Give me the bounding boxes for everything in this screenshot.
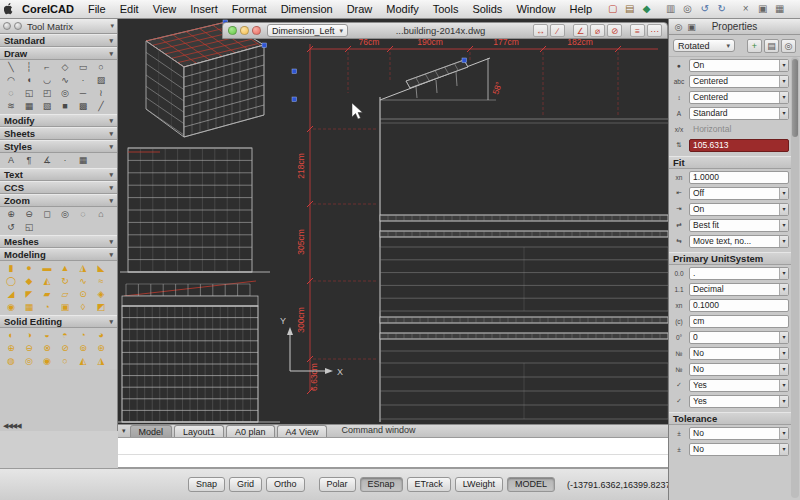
section-text[interactable]: Text▾ (0, 168, 117, 181)
ray-tool[interactable]: ─ (74, 87, 92, 100)
dimension-style-tool[interactable]: ∡ (38, 154, 56, 167)
convert-solid-tool[interactable]: ▣ (56, 301, 74, 314)
properties-style-select[interactable]: Rotated ▾ (673, 39, 735, 52)
infinite-line-tool[interactable]: ┆ (20, 61, 38, 74)
taper-faces-tool[interactable]: ⊘ (56, 342, 74, 355)
rectangle-tool[interactable]: ▭ (74, 61, 92, 74)
hatch-tool[interactable]: ▨ (92, 74, 110, 87)
gradient-tool[interactable]: ▩ (74, 100, 92, 113)
shell-solid-tool[interactable]: ◉ (38, 355, 56, 368)
offset-faces-tool[interactable]: ⊕ (2, 342, 20, 355)
zoom-in-tool[interactable]: ⊕ (2, 208, 20, 221)
annotation-style-tool[interactable]: ¶ (20, 154, 38, 167)
menu-view[interactable]: View (146, 0, 184, 18)
zoom-fit-tool[interactable]: ◌ (74, 208, 92, 221)
window-minimize-button[interactable] (228, 26, 237, 35)
separate-tool[interactable]: ◭ (74, 355, 92, 368)
window-close-button[interactable] (252, 26, 261, 35)
collapse-panel-icon[interactable] (14, 22, 22, 30)
3d-align-tool[interactable]: ⊙ (74, 288, 92, 301)
section-standard[interactable]: Standard▾ (0, 34, 117, 47)
menu-dimension[interactable]: Dimension (274, 0, 340, 18)
delete-faces-tool[interactable]: ⊖ (20, 342, 38, 355)
menu-corelcad[interactable]: CorelCAD (15, 0, 81, 18)
property-input[interactable]: 0.1000 (689, 299, 789, 312)
command-window[interactable] (118, 437, 668, 468)
check-tool[interactable]: ◮ (92, 355, 110, 368)
menu-solids[interactable]: Solids (465, 0, 509, 18)
tab-a0-plan[interactable]: A0 plan (226, 425, 275, 437)
zoom-out-tool[interactable]: ⊖ (20, 208, 38, 221)
property-select[interactable]: No▾ (689, 347, 789, 360)
command-input[interactable] (118, 454, 668, 467)
new-style-button[interactable]: + (747, 39, 762, 53)
new-drawing-icon[interactable]: ▢ (605, 2, 620, 16)
menu-file[interactable]: File (81, 0, 113, 18)
rotate-faces-tool[interactable]: ⊗ (38, 342, 56, 355)
pin-panel-button[interactable]: ◎ (781, 39, 796, 53)
menu-help[interactable]: Help (563, 0, 600, 18)
dimension-baseline-icon[interactable]: ≡ (630, 24, 645, 37)
section-ccs[interactable]: CCS▾ (0, 181, 117, 194)
interfere-tool[interactable]: ▰ (38, 288, 56, 301)
section-solid-editing[interactable]: Solid Editing▾ (0, 315, 117, 328)
section-meshes[interactable]: Meshes▾ (0, 235, 117, 248)
dimension-chain-top[interactable]: 76cm 190cm 177cm 182cm (307, 37, 658, 117)
move-faces-tool[interactable]: ◕ (92, 329, 110, 342)
elliptical-arc-tool[interactable]: ◡ (38, 74, 56, 87)
menu-format[interactable]: Format (225, 0, 274, 18)
revolve-tool[interactable]: ↻ (56, 275, 74, 288)
cloud-tool[interactable]: ◌ (2, 87, 20, 100)
menu-edit[interactable]: Edit (113, 0, 146, 18)
panel-menu-icon[interactable]: ◎ (672, 21, 685, 33)
zoom-toolbar-icon[interactable]: ⊕ (796, 2, 800, 16)
ellipse-tool[interactable]: ◖ (20, 74, 38, 87)
donut-tool[interactable]: ◎ (56, 87, 74, 100)
dimension-diameter-icon[interactable]: ⊘ (607, 24, 622, 37)
point-style-tool[interactable]: · (56, 154, 74, 167)
3d-mirror-tool[interactable]: ◈ (92, 288, 110, 301)
command-window-disclosure-icon[interactable]: ▾ (122, 424, 126, 437)
property-select[interactable]: .▾ (689, 267, 789, 280)
property-input[interactable]: 105.6313 (689, 139, 789, 152)
dimension-aligned-icon[interactable]: ∕ (550, 24, 565, 37)
extrude-tool[interactable]: ◭ (38, 275, 56, 288)
text-style-tool[interactable]: A (2, 154, 20, 167)
sweep-tool[interactable]: ∿ (74, 275, 92, 288)
tab-model[interactable]: Model (130, 425, 173, 437)
close-panel-icon[interactable] (3, 22, 11, 30)
section-sheets[interactable]: Sheets▾ (0, 127, 117, 140)
dimension-linear-icon[interactable]: ↔ (533, 24, 548, 37)
intersect-tool[interactable]: ◒ (38, 329, 56, 342)
thicken-tool[interactable]: ▱ (56, 288, 74, 301)
section-modify[interactable]: Modify▾ (0, 114, 117, 127)
zoom-previous-tool[interactable]: ↺ (2, 221, 20, 234)
sphere-tool[interactable]: ● (20, 262, 38, 275)
property-select[interactable]: Off▾ (689, 187, 789, 200)
point-tool[interactable]: · (74, 74, 92, 87)
dimension-angular-icon[interactable]: ∠ (573, 24, 588, 37)
copy-edges-tool[interactable]: ◍ (2, 355, 20, 368)
drawing-canvas[interactable]: 76cm 190cm 177cm 182cm 218cm 305cm 300cm… (118, 19, 668, 424)
open-drawing-icon[interactable]: ▤ (622, 2, 637, 16)
cone-tool[interactable]: ▲ (56, 262, 74, 275)
zoom-window-tool[interactable]: ◻ (38, 208, 56, 221)
clean-tool[interactable]: ○ (56, 355, 74, 368)
color-edges-tool[interactable]: ◎ (20, 355, 38, 368)
property-select[interactable]: Centered▾ (689, 75, 789, 88)
sketch-tool[interactable]: ≀ (92, 87, 110, 100)
property-select[interactable]: Centered▾ (689, 91, 789, 104)
subtract-tool[interactable]: ◑ (20, 329, 38, 342)
copy-faces-tool[interactable]: ⊚ (74, 342, 92, 355)
property-select[interactable]: No▾ (689, 363, 789, 376)
dimension-radius-icon[interactable]: ⌀ (590, 24, 605, 37)
zoom-all-tool[interactable]: ⌂ (92, 208, 110, 221)
print-icon[interactable]: ▥ (663, 2, 678, 16)
3d-rotate-tool[interactable]: ◉ (2, 301, 20, 314)
property-select[interactable]: Move text, no...▾ (689, 235, 789, 248)
section-draw[interactable]: Draw▾ (0, 47, 117, 60)
zoom-center-tool[interactable]: ◎ (56, 208, 74, 221)
box-tool[interactable]: ▮ (2, 262, 20, 275)
property-select[interactable]: Best fit▾ (689, 219, 789, 232)
apple-menu[interactable] (4, 3, 15, 16)
